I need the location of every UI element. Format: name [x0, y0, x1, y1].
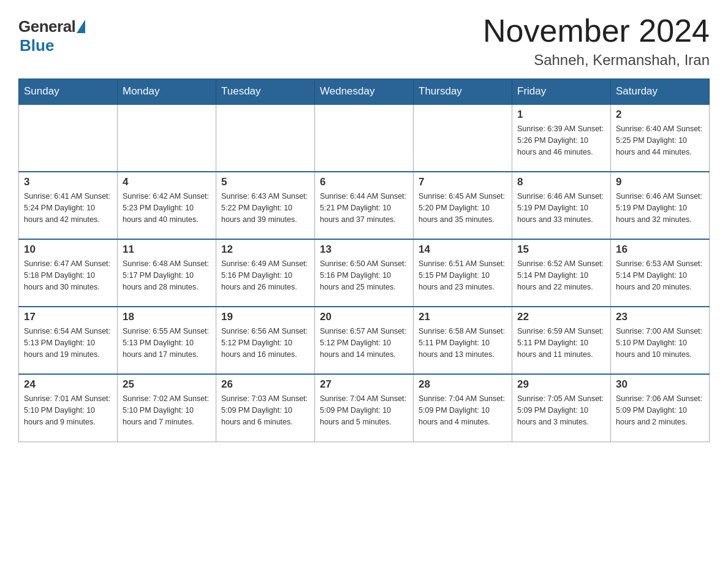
- day-number: 18: [123, 311, 211, 323]
- day-info: Sunrise: 7:01 AM Sunset: 5:10 PM Dayligh…: [24, 393, 112, 427]
- calendar-cell: 3Sunrise: 6:41 AM Sunset: 5:24 PM Daylig…: [19, 172, 118, 239]
- day-number: 10: [24, 243, 112, 256]
- day-info: Sunrise: 7:04 AM Sunset: 5:09 PM Dayligh…: [419, 393, 507, 427]
- day-info: Sunrise: 6:39 AM Sunset: 5:26 PM Dayligh…: [517, 123, 605, 158]
- calendar-cell: 1Sunrise: 6:39 AM Sunset: 5:26 PM Daylig…: [512, 104, 611, 172]
- week-row-1: 1Sunrise: 6:39 AM Sunset: 5:26 PM Daylig…: [19, 104, 710, 172]
- month-title: November 2024: [483, 12, 710, 49]
- calendar-cell: 25Sunrise: 7:02 AM Sunset: 5:10 PM Dayli…: [118, 374, 216, 442]
- day-number: 16: [616, 243, 704, 256]
- day-info: Sunrise: 6:59 AM Sunset: 5:11 PM Dayligh…: [517, 326, 605, 360]
- header-saturday: Saturday: [611, 79, 710, 105]
- day-info: Sunrise: 6:48 AM Sunset: 5:17 PM Dayligh…: [123, 258, 211, 293]
- calendar-cell: 14Sunrise: 6:51 AM Sunset: 5:15 PM Dayli…: [414, 239, 512, 307]
- calendar-cell: 15Sunrise: 6:52 AM Sunset: 5:14 PM Dayli…: [512, 239, 611, 307]
- header-tuesday: Tuesday: [216, 79, 315, 105]
- calendar-cell: 18Sunrise: 6:55 AM Sunset: 5:13 PM Dayli…: [118, 307, 216, 374]
- day-info: Sunrise: 7:05 AM Sunset: 5:09 PM Dayligh…: [517, 393, 605, 427]
- day-number: 27: [320, 378, 408, 391]
- calendar-cell: 5Sunrise: 6:43 AM Sunset: 5:22 PM Daylig…: [216, 172, 315, 239]
- calendar-cell: 4Sunrise: 6:42 AM Sunset: 5:23 PM Daylig…: [118, 172, 216, 239]
- day-number: 1: [517, 109, 605, 121]
- day-info: Sunrise: 7:00 AM Sunset: 5:10 PM Dayligh…: [616, 326, 704, 360]
- title-area: November 2024 Sahneh, Kermanshah, Iran: [483, 12, 710, 69]
- week-row-5: 24Sunrise: 7:01 AM Sunset: 5:10 PM Dayli…: [19, 374, 710, 442]
- week-row-2: 3Sunrise: 6:41 AM Sunset: 5:24 PM Daylig…: [19, 172, 710, 239]
- day-number: 12: [221, 243, 309, 256]
- calendar-cell: 7Sunrise: 6:45 AM Sunset: 5:20 PM Daylig…: [414, 172, 512, 239]
- day-info: Sunrise: 6:40 AM Sunset: 5:25 PM Dayligh…: [616, 123, 704, 158]
- day-info: Sunrise: 7:03 AM Sunset: 5:09 PM Dayligh…: [221, 393, 309, 427]
- calendar-cell: 16Sunrise: 6:53 AM Sunset: 5:14 PM Dayli…: [611, 239, 710, 307]
- day-number: 3: [24, 176, 112, 188]
- calendar-cell: 10Sunrise: 6:47 AM Sunset: 5:18 PM Dayli…: [19, 239, 118, 307]
- day-number: 25: [123, 378, 211, 391]
- day-info: Sunrise: 6:45 AM Sunset: 5:20 PM Dayligh…: [419, 191, 507, 225]
- calendar-cell: 21Sunrise: 6:58 AM Sunset: 5:11 PM Dayli…: [414, 307, 512, 374]
- header-sunday: Sunday: [19, 79, 118, 105]
- day-number: 19: [221, 311, 309, 323]
- day-info: Sunrise: 6:55 AM Sunset: 5:13 PM Dayligh…: [123, 326, 211, 360]
- day-number: 13: [320, 243, 408, 256]
- day-info: Sunrise: 6:49 AM Sunset: 5:16 PM Dayligh…: [221, 258, 309, 293]
- calendar-cell: 23Sunrise: 7:00 AM Sunset: 5:10 PM Dayli…: [611, 307, 710, 374]
- calendar-cell: [216, 104, 315, 172]
- header-monday: Monday: [118, 79, 216, 105]
- calendar-cell: 11Sunrise: 6:48 AM Sunset: 5:17 PM Dayli…: [118, 239, 216, 307]
- day-info: Sunrise: 6:52 AM Sunset: 5:14 PM Dayligh…: [517, 258, 605, 293]
- day-info: Sunrise: 6:56 AM Sunset: 5:12 PM Dayligh…: [221, 326, 309, 360]
- calendar-cell: 26Sunrise: 7:03 AM Sunset: 5:09 PM Dayli…: [216, 374, 315, 442]
- week-row-4: 17Sunrise: 6:54 AM Sunset: 5:13 PM Dayli…: [19, 307, 710, 374]
- day-number: 26: [221, 378, 309, 391]
- logo-blue-text: Blue: [20, 36, 54, 55]
- day-info: Sunrise: 6:51 AM Sunset: 5:15 PM Dayligh…: [419, 258, 507, 293]
- day-info: Sunrise: 6:58 AM Sunset: 5:11 PM Dayligh…: [419, 326, 507, 360]
- day-number: 4: [123, 176, 211, 188]
- calendar-cell: 30Sunrise: 7:06 AM Sunset: 5:09 PM Dayli…: [611, 374, 710, 442]
- day-info: Sunrise: 6:46 AM Sunset: 5:19 PM Dayligh…: [616, 191, 704, 225]
- calendar-cell: 12Sunrise: 6:49 AM Sunset: 5:16 PM Dayli…: [216, 239, 315, 307]
- day-info: Sunrise: 6:43 AM Sunset: 5:22 PM Dayligh…: [221, 191, 309, 225]
- day-number: 23: [616, 311, 704, 323]
- day-number: 24: [24, 378, 112, 391]
- calendar-cell: [315, 104, 414, 172]
- calendar-cell: 22Sunrise: 6:59 AM Sunset: 5:11 PM Dayli…: [512, 307, 611, 374]
- calendar-cell: 20Sunrise: 6:57 AM Sunset: 5:12 PM Dayli…: [315, 307, 414, 374]
- calendar-cell: 27Sunrise: 7:04 AM Sunset: 5:09 PM Dayli…: [315, 374, 414, 442]
- calendar-cell: [118, 104, 216, 172]
- day-number: 17: [24, 311, 112, 323]
- day-number: 2: [616, 109, 704, 121]
- calendar-cell: [19, 104, 118, 172]
- calendar-cell: 29Sunrise: 7:05 AM Sunset: 5:09 PM Dayli…: [512, 374, 611, 442]
- day-number: 30: [616, 378, 704, 391]
- day-info: Sunrise: 6:53 AM Sunset: 5:14 PM Dayligh…: [616, 258, 704, 293]
- location: Sahneh, Kermanshah, Iran: [483, 52, 710, 69]
- day-number: 5: [221, 176, 309, 188]
- day-info: Sunrise: 6:46 AM Sunset: 5:19 PM Dayligh…: [517, 191, 605, 225]
- calendar-cell: 6Sunrise: 6:44 AM Sunset: 5:21 PM Daylig…: [315, 172, 414, 239]
- header-thursday: Thursday: [414, 79, 512, 105]
- day-info: Sunrise: 7:06 AM Sunset: 5:09 PM Dayligh…: [616, 393, 704, 427]
- day-number: 6: [320, 176, 408, 188]
- calendar-table: SundayMondayTuesdayWednesdayThursdayFrid…: [18, 79, 710, 442]
- day-number: 8: [517, 176, 605, 188]
- page-header: General Blue November 2024 Sahneh, Kerma…: [18, 12, 710, 69]
- calendar-header-row: SundayMondayTuesdayWednesdayThursdayFrid…: [19, 79, 710, 105]
- calendar-cell: 2Sunrise: 6:40 AM Sunset: 5:25 PM Daylig…: [611, 104, 710, 172]
- day-info: Sunrise: 6:42 AM Sunset: 5:23 PM Dayligh…: [123, 191, 211, 225]
- day-info: Sunrise: 7:02 AM Sunset: 5:10 PM Dayligh…: [123, 393, 211, 427]
- calendar-cell: 19Sunrise: 6:56 AM Sunset: 5:12 PM Dayli…: [216, 307, 315, 374]
- calendar-cell: 9Sunrise: 6:46 AM Sunset: 5:19 PM Daylig…: [611, 172, 710, 239]
- calendar-cell: 28Sunrise: 7:04 AM Sunset: 5:09 PM Dayli…: [414, 374, 512, 442]
- logo: General Blue: [18, 12, 85, 55]
- day-info: Sunrise: 6:41 AM Sunset: 5:24 PM Dayligh…: [24, 191, 112, 225]
- day-number: 22: [517, 311, 605, 323]
- day-number: 28: [419, 378, 507, 391]
- day-number: 9: [616, 176, 704, 188]
- day-info: Sunrise: 6:54 AM Sunset: 5:13 PM Dayligh…: [24, 326, 112, 360]
- day-info: Sunrise: 6:50 AM Sunset: 5:16 PM Dayligh…: [320, 258, 408, 293]
- header-friday: Friday: [512, 79, 611, 105]
- header-wednesday: Wednesday: [315, 79, 414, 105]
- day-number: 29: [517, 378, 605, 391]
- day-number: 14: [419, 243, 507, 256]
